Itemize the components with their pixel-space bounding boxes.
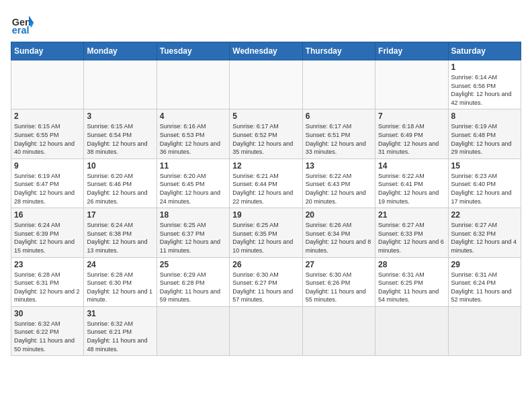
calendar-day-cell: 11Sunrise: 6:20 AM Sunset: 6:45 PM Dayli… — [157, 158, 229, 208]
day-number: 15 — [451, 161, 518, 171]
calendar-week-row: 2Sunrise: 6:15 AM Sunset: 6:55 PM Daylig… — [11, 109, 521, 158]
day-info: Sunrise: 6:18 AM Sunset: 6:49 PM Dayligh… — [378, 122, 445, 156]
day-number: 23 — [14, 260, 81, 269]
day-number: 20 — [306, 210, 372, 220]
day-number: 17 — [87, 210, 153, 220]
day-info: Sunrise: 6:15 AM Sunset: 6:54 PM Dayligh… — [87, 122, 153, 156]
day-number: 1 — [451, 62, 518, 72]
calendar-day-cell — [230, 60, 302, 109]
day-info: Sunrise: 6:24 AM Sunset: 6:39 PM Dayligh… — [14, 221, 81, 255]
calendar-day-cell: 15Sunrise: 6:23 AM Sunset: 6:40 PM Dayli… — [448, 158, 521, 208]
day-info: Sunrise: 6:21 AM Sunset: 6:44 PM Dayligh… — [232, 172, 299, 205]
calendar-week-row: 1Sunrise: 6:14 AM Sunset: 6:56 PM Daylig… — [11, 60, 521, 109]
weekday-header-wednesday: Wednesday — [230, 42, 302, 60]
day-info: Sunrise: 6:19 AM Sunset: 6:47 PM Dayligh… — [14, 172, 81, 205]
day-info: Sunrise: 6:19 AM Sunset: 6:48 PM Dayligh… — [451, 122, 518, 156]
day-number: 2 — [14, 111, 81, 121]
calendar-day-cell: 1Sunrise: 6:14 AM Sunset: 6:56 PM Daylig… — [448, 60, 521, 109]
day-info: Sunrise: 6:16 AM Sunset: 6:53 PM Dayligh… — [160, 122, 226, 156]
calendar-day-cell: 3Sunrise: 6:15 AM Sunset: 6:54 PM Daylig… — [84, 109, 157, 158]
day-info: Sunrise: 6:14 AM Sunset: 6:56 PM Dayligh… — [451, 73, 518, 107]
day-info: Sunrise: 6:17 AM Sunset: 6:51 PM Dayligh… — [306, 122, 372, 156]
day-number: 12 — [232, 161, 299, 171]
calendar-day-cell: 20Sunrise: 6:26 AM Sunset: 6:34 PM Dayli… — [302, 208, 375, 257]
day-number: 3 — [87, 111, 153, 121]
calendar-day-cell — [84, 60, 157, 109]
day-info: Sunrise: 6:25 AM Sunset: 6:37 PM Dayligh… — [160, 221, 226, 255]
day-number: 11 — [160, 161, 226, 171]
day-info: Sunrise: 6:20 AM Sunset: 6:46 PM Dayligh… — [87, 172, 153, 205]
weekday-header-friday: Friday — [375, 42, 448, 60]
day-number: 28 — [378, 260, 445, 269]
day-number: 22 — [451, 210, 518, 220]
day-info: Sunrise: 6:32 AM Sunset: 6:21 PM Dayligh… — [87, 320, 153, 353]
calendar-day-cell: 26Sunrise: 6:30 AM Sunset: 6:27 PM Dayli… — [230, 257, 302, 306]
day-number: 30 — [14, 309, 81, 318]
calendar-day-cell: 22Sunrise: 6:27 AM Sunset: 6:32 PM Dayli… — [448, 208, 521, 257]
day-number: 31 — [87, 309, 153, 318]
calendar-day-cell — [157, 60, 229, 109]
calendar-day-cell: 5Sunrise: 6:17 AM Sunset: 6:52 PM Daylig… — [230, 109, 302, 158]
day-number: 9 — [14, 161, 81, 171]
day-info: Sunrise: 6:27 AM Sunset: 6:32 PM Dayligh… — [451, 221, 518, 255]
day-number: 27 — [306, 260, 372, 269]
calendar-day-cell: 27Sunrise: 6:30 AM Sunset: 6:26 PM Dayli… — [302, 257, 375, 306]
day-number: 13 — [306, 161, 372, 171]
day-info: Sunrise: 6:29 AM Sunset: 6:28 PM Dayligh… — [160, 271, 226, 304]
calendar-header-row: SundayMondayTuesdayWednesdayThursdayFrid… — [11, 42, 521, 60]
day-number: 25 — [160, 260, 226, 269]
calendar-day-cell: 31Sunrise: 6:32 AM Sunset: 6:21 PM Dayli… — [84, 306, 157, 355]
calendar-day-cell: 24Sunrise: 6:28 AM Sunset: 6:30 PM Dayli… — [84, 257, 157, 306]
day-info: Sunrise: 6:28 AM Sunset: 6:30 PM Dayligh… — [87, 271, 153, 304]
day-number: 26 — [232, 260, 299, 269]
calendar-day-cell — [302, 306, 375, 355]
day-info: Sunrise: 6:32 AM Sunset: 6:22 PM Dayligh… — [14, 320, 81, 353]
logo: Gen eral — [11, 11, 38, 35]
day-number: 5 — [232, 111, 299, 121]
day-info: Sunrise: 6:22 AM Sunset: 6:43 PM Dayligh… — [306, 172, 372, 205]
calendar-day-cell: 4Sunrise: 6:16 AM Sunset: 6:53 PM Daylig… — [157, 109, 229, 158]
day-number: 19 — [232, 210, 299, 220]
day-info: Sunrise: 6:24 AM Sunset: 6:38 PM Dayligh… — [87, 221, 153, 255]
day-info: Sunrise: 6:28 AM Sunset: 6:31 PM Dayligh… — [14, 271, 81, 304]
weekday-header-sunday: Sunday — [11, 42, 84, 60]
day-number: 24 — [87, 260, 153, 269]
calendar-day-cell — [375, 306, 448, 355]
day-info: Sunrise: 6:17 AM Sunset: 6:52 PM Dayligh… — [232, 122, 299, 156]
day-number: 6 — [306, 111, 372, 121]
calendar-day-cell: 14Sunrise: 6:22 AM Sunset: 6:41 PM Dayli… — [375, 158, 448, 208]
day-info: Sunrise: 6:22 AM Sunset: 6:41 PM Dayligh… — [378, 172, 445, 205]
calendar-day-cell — [448, 306, 521, 355]
day-number: 18 — [160, 210, 226, 220]
day-number: 7 — [378, 111, 445, 121]
svg-text:eral: eral — [12, 25, 30, 35]
calendar-day-cell: 29Sunrise: 6:31 AM Sunset: 6:24 PM Dayli… — [448, 257, 521, 306]
day-info: Sunrise: 6:25 AM Sunset: 6:35 PM Dayligh… — [232, 221, 299, 255]
calendar-day-cell: 10Sunrise: 6:20 AM Sunset: 6:46 PM Dayli… — [84, 158, 157, 208]
weekday-header-monday: Monday — [84, 42, 157, 60]
calendar-day-cell — [302, 60, 375, 109]
calendar-day-cell: 25Sunrise: 6:29 AM Sunset: 6:28 PM Dayli… — [157, 257, 229, 306]
calendar-day-cell: 30Sunrise: 6:32 AM Sunset: 6:22 PM Dayli… — [11, 306, 84, 355]
calendar-day-cell: 16Sunrise: 6:24 AM Sunset: 6:39 PM Dayli… — [11, 208, 84, 257]
day-number: 4 — [160, 111, 226, 121]
day-number: 16 — [14, 210, 81, 220]
day-number: 8 — [451, 111, 518, 121]
day-info: Sunrise: 6:26 AM Sunset: 6:34 PM Dayligh… — [306, 221, 372, 255]
day-info: Sunrise: 6:31 AM Sunset: 6:25 PM Dayligh… — [378, 271, 445, 304]
calendar-day-cell: 7Sunrise: 6:18 AM Sunset: 6:49 PM Daylig… — [375, 109, 448, 158]
calendar-week-row: 9Sunrise: 6:19 AM Sunset: 6:47 PM Daylig… — [11, 158, 521, 208]
calendar-day-cell: 12Sunrise: 6:21 AM Sunset: 6:44 PM Dayli… — [230, 158, 302, 208]
weekday-header-saturday: Saturday — [448, 42, 521, 60]
calendar-day-cell: 9Sunrise: 6:19 AM Sunset: 6:47 PM Daylig… — [11, 158, 84, 208]
calendar-table: SundayMondayTuesdayWednesdayThursdayFrid… — [11, 42, 521, 356]
calendar-week-row: 23Sunrise: 6:28 AM Sunset: 6:31 PM Dayli… — [11, 257, 521, 306]
calendar-day-cell — [230, 306, 302, 355]
day-info: Sunrise: 6:31 AM Sunset: 6:24 PM Dayligh… — [451, 271, 518, 304]
day-info: Sunrise: 6:20 AM Sunset: 6:45 PM Dayligh… — [160, 172, 226, 205]
calendar-day-cell: 17Sunrise: 6:24 AM Sunset: 6:38 PM Dayli… — [84, 208, 157, 257]
day-number: 14 — [378, 161, 445, 171]
weekday-header-thursday: Thursday — [302, 42, 375, 60]
calendar-day-cell: 6Sunrise: 6:17 AM Sunset: 6:51 PM Daylig… — [302, 109, 375, 158]
day-number: 10 — [87, 161, 153, 171]
